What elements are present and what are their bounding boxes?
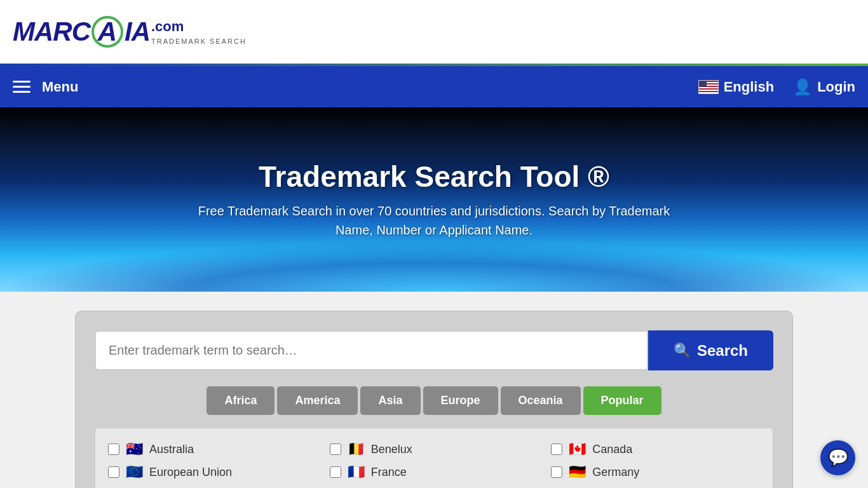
country-flag-icon: 🇦🇺 xyxy=(126,441,143,458)
top-header: MARC A IA .com TRADEMARK SEARCH xyxy=(0,0,868,64)
hero-title: Trademark Search Tool ® xyxy=(259,159,609,194)
country-checkbox[interactable] xyxy=(108,444,119,455)
menu-label[interactable]: Menu xyxy=(42,79,78,95)
tab-asia[interactable]: Asia xyxy=(360,386,420,415)
country-flag-icon: 🇨🇦 xyxy=(569,441,586,458)
country-checkbox[interactable] xyxy=(551,444,562,455)
country-name: Australia xyxy=(149,443,194,456)
us-flag-icon xyxy=(698,80,719,94)
nav-right: English 👤 Login xyxy=(698,78,855,96)
chat-button[interactable]: 💬 xyxy=(820,440,855,475)
logo-sub: .com TRADEMARK SEARCH xyxy=(151,18,247,45)
logo-r: A xyxy=(92,16,123,48)
list-item: 🇫🇷 France xyxy=(330,464,539,480)
list-item: 🇧🇪 Benelux xyxy=(330,441,539,458)
country-grid: 🇦🇺 Australia 🇧🇪 Benelux 🇨🇦 Canada 🇪🇺 Eur… xyxy=(108,441,760,488)
country-name: Canada xyxy=(592,443,632,456)
country-checkbox[interactable] xyxy=(330,466,341,478)
tab-europe[interactable]: Europe xyxy=(423,386,498,415)
login-button[interactable]: 👤 Login xyxy=(793,78,855,96)
hamburger-line-3 xyxy=(13,91,31,93)
tab-popular[interactable]: Popular xyxy=(583,386,661,415)
search-input[interactable] xyxy=(95,330,648,370)
logo-tagline: TRADEMARK SEARCH xyxy=(151,37,247,45)
language-button[interactable]: English xyxy=(698,79,774,95)
hero-section: Trademark Search Tool ® Free Trademark S… xyxy=(0,107,868,292)
country-flag-icon: 🇧🇪 xyxy=(348,441,365,458)
search-panel: 🔍 Search Africa America Asia Europe Ocea… xyxy=(75,311,793,488)
chat-icon: 💬 xyxy=(828,448,848,468)
country-name: Benelux xyxy=(371,443,412,456)
list-item: 🇦🇺 Australia xyxy=(108,441,317,458)
logo-rest: IA xyxy=(125,17,150,47)
search-icon: 🔍 xyxy=(674,342,691,359)
search-button[interactable]: 🔍 Search xyxy=(648,330,773,370)
list-item: 🇨🇦 Canada xyxy=(551,441,760,458)
logo-com: .com xyxy=(151,18,247,35)
nav-left: Menu xyxy=(13,79,78,95)
tab-oceania[interactable]: Oceania xyxy=(501,386,581,415)
logo-text: MARC xyxy=(13,17,90,47)
nav-bar: Menu English 👤 Login xyxy=(0,66,868,107)
country-list-container: 🇦🇺 Australia 🇧🇪 Benelux 🇨🇦 Canada 🇪🇺 Eur… xyxy=(95,428,773,488)
country-checkbox[interactable] xyxy=(108,466,119,478)
country-name: Germany xyxy=(592,466,639,479)
hero-subtitle: Free Trademark Search in over 70 countri… xyxy=(180,201,688,240)
hamburger-icon[interactable] xyxy=(13,81,31,93)
country-checkbox[interactable] xyxy=(330,444,341,455)
tab-africa[interactable]: Africa xyxy=(207,386,275,415)
user-icon: 👤 xyxy=(793,78,812,96)
country-name: European Union xyxy=(149,466,232,479)
logo[interactable]: MARC A IA .com TRADEMARK SEARCH xyxy=(13,16,247,48)
search-button-label: Search xyxy=(697,342,748,360)
language-label: English xyxy=(724,79,774,95)
hamburger-line-2 xyxy=(13,86,31,88)
country-flag-icon: 🇫🇷 xyxy=(348,464,365,480)
list-item: 🇪🇺 European Union xyxy=(108,464,317,480)
tab-america[interactable]: America xyxy=(277,386,358,415)
main-content: 🔍 Search Africa America Asia Europe Ocea… xyxy=(0,292,868,488)
country-checkbox[interactable] xyxy=(551,466,562,478)
region-tabs: Africa America Asia Europe Oceania Popul… xyxy=(95,386,773,415)
hamburger-line-1 xyxy=(13,81,31,83)
country-flag-icon: 🇩🇪 xyxy=(569,464,586,480)
list-item: 🇩🇪 Germany xyxy=(551,464,760,480)
login-label: Login xyxy=(817,79,855,95)
country-name: France xyxy=(371,466,407,479)
search-bar-row: 🔍 Search xyxy=(95,330,773,370)
country-flag-icon: 🇪🇺 xyxy=(126,464,143,480)
